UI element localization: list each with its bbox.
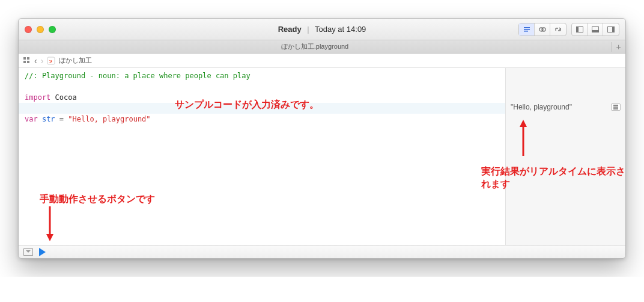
svg-rect-8 [592,30,598,32]
bottom-pane-icon[interactable] [588,23,603,35]
debug-area-toggle-icon[interactable] [23,248,33,256]
assistant-editor-icon[interactable] [535,23,550,35]
editor-mode-segmented[interactable] [518,23,567,36]
svg-rect-0 [524,27,530,28]
nav-forward-icon[interactable]: › [41,56,44,66]
close-icon[interactable] [25,26,32,33]
window-controls [25,26,56,33]
swift-file-icon [47,57,55,65]
standard-editor-icon[interactable] [519,23,535,35]
results-sidebar: "Hello, playground" [505,68,625,245]
svg-rect-12 [27,57,29,60]
quicklook-icon[interactable] [611,103,621,111]
xcode-playground-window: Ready | Today at 14:09 [18,18,626,259]
editor-body: //: Playground - noun: a place where peo… [19,68,625,245]
pane-segmented[interactable] [571,23,619,36]
add-tab-button[interactable]: + [611,42,625,52]
minimize-icon[interactable] [37,26,44,33]
svg-rect-11 [23,57,26,60]
svg-rect-14 [27,61,29,63]
result-value: "Hello, playground" [511,103,572,111]
breadcrumb-file[interactable]: ぼかし加工 [59,56,92,65]
code-editor[interactable]: //: Playground - noun: a place where peo… [19,68,505,245]
right-pane-icon[interactable] [603,23,619,35]
related-items-icon[interactable] [23,57,31,64]
toolbar-right [518,23,619,36]
svg-rect-2 [524,31,528,32]
build-time: Today at 14:09 [315,25,366,34]
svg-rect-13 [23,61,26,63]
left-pane-icon[interactable] [572,23,588,35]
tabbar: ぼかし加工.playground + [19,40,625,54]
svg-point-4 [542,28,545,31]
status-text: Ready [278,25,302,34]
version-editor-icon[interactable] [550,23,566,35]
svg-rect-6 [576,26,579,32]
debug-bar [19,245,625,258]
svg-rect-1 [524,29,530,30]
result-row: "Hello, playground" [511,103,621,111]
svg-rect-10 [612,26,615,32]
run-playground-button[interactable] [39,248,46,256]
nav-back-icon[interactable]: ‹ [34,56,37,66]
jump-bar: ‹ › ぼかし加工 [19,54,625,68]
titlebar: Ready | Today at 14:09 [19,19,625,40]
zoom-icon[interactable] [49,26,56,33]
tab-playground[interactable]: ぼかし加工.playground [19,42,611,51]
